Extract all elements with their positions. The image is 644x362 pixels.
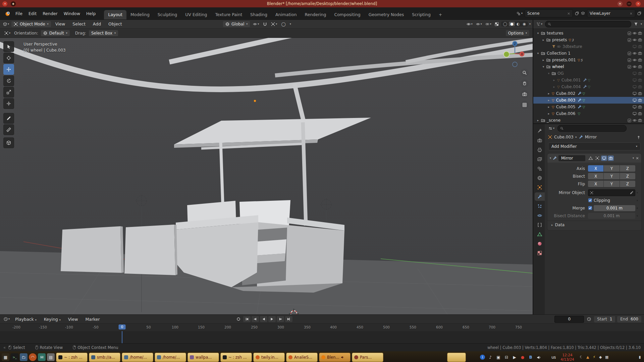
outliner-filter-icon[interactable] (633, 21, 639, 27)
playhead-marker[interactable]: 0 (119, 324, 126, 329)
modifier-extras-dropdown[interactable]: ▾ (633, 157, 634, 160)
annotate-tool[interactable] (3, 113, 14, 124)
bisect-distance-field[interactable]: 0.001 m (588, 213, 635, 219)
properties-tab-render[interactable] (535, 136, 545, 144)
taskbar-window-smb[interactable]: smb://a... (89, 353, 120, 362)
rotate-tool[interactable] (3, 75, 14, 86)
shading-solid-icon[interactable]: ● (509, 22, 515, 26)
timeline-ruler[interactable]: -200 -150 -100 -50 50 100 150 200 250 30… (0, 323, 644, 331)
workspace-tab-sculpting[interactable]: Sculpting (154, 10, 181, 19)
workspace-tab-geometry-nodes[interactable]: Geometry Nodes (365, 10, 408, 19)
viewlayer-remove-icon[interactable] (630, 11, 633, 16)
menu-view[interactable]: View (52, 20, 68, 27)
mode-dropdown[interactable]: Object Mode▾ (11, 21, 51, 27)
properties-tab-modifiers[interactable] (535, 192, 545, 201)
jump-to-end-button[interactable] (285, 316, 292, 322)
mirror-axis-z-button[interactable]: Z (620, 165, 635, 172)
tray-bluetooth-icon[interactable]: B (528, 355, 533, 360)
keyboard-layout-indicator[interactable]: us (551, 355, 556, 360)
tray-night-mode-icon[interactable]: ☾ (579, 355, 584, 359)
snap-settings-dropdown[interactable]: ▾ (270, 21, 278, 27)
disclosure-triangle-icon[interactable]: ▸ (552, 85, 556, 88)
disclosure-triangle-icon[interactable]: ▸ (552, 78, 556, 82)
select-box-tool[interactable] (3, 41, 14, 52)
disclosure-triangle-icon[interactable]: ▸ (536, 119, 540, 122)
menu-playback[interactable]: Playback ▾ (12, 316, 40, 323)
properties-tab-texture[interactable] (535, 249, 545, 257)
menu-render[interactable]: Render (40, 10, 61, 17)
menu-window[interactable]: Window (61, 10, 83, 17)
tray-music-icon[interactable]: ♪ (488, 355, 493, 360)
launcher-editor-icon[interactable]: ▤ (47, 353, 55, 361)
workspace-tab-uv-editing[interactable]: UV Editing (181, 10, 211, 19)
orientation-dropdown[interactable]: Default▾ (41, 30, 70, 36)
taskbar-window-zsh-1[interactable]: ~ : zsh ... (56, 353, 88, 362)
pin-id-icon[interactable] (637, 135, 641, 139)
outliner-item-og[interactable]: ▾ OG (533, 70, 644, 77)
scene-selector[interactable]: Scene (525, 9, 573, 17)
properties-tab-tool[interactable] (535, 127, 545, 135)
workspace-tab-layout[interactable]: Layout (104, 10, 126, 19)
scene-new-icon[interactable] (575, 11, 579, 15)
clipping-checkbox[interactable] (588, 198, 592, 202)
modifier-data-subpanel[interactable]: ▸ Data (547, 221, 641, 229)
modifier-name-field[interactable]: Mirror (558, 155, 585, 161)
shading-rendered-icon[interactable]: ◉ (521, 22, 527, 26)
merge-checkbox[interactable] (588, 206, 592, 210)
properties-tab-material[interactable] (535, 239, 545, 248)
workspace-tab-compositing[interactable]: Compositing (330, 10, 364, 19)
outliner-item-cube-005[interactable]: ▸ ▽ Cube.005 ▽ (533, 104, 644, 110)
properties-tab-particles[interactable] (535, 202, 545, 210)
window-titlebar[interactable]: ◈ Blender* [/home/amalie/Desktop/blender… (0, 0, 644, 7)
play-button[interactable] (268, 316, 276, 322)
play-reverse-button[interactable] (260, 316, 267, 322)
panel-expand-icon[interactable]: « (3, 345, 6, 350)
tray-clipboard-icon[interactable]: ⊟ (504, 355, 509, 360)
gizmos-dropdown[interactable]: ▾ (475, 21, 483, 27)
app-menu-icon[interactable]: ▦ (2, 353, 9, 361)
transform-tool[interactable] (3, 98, 14, 109)
disclosure-triangle-icon[interactable]: ▾ (536, 52, 540, 55)
tray-screenshot-icon[interactable]: ▣ (496, 355, 501, 360)
disclosure-triangle-icon[interactable]: ▸ (547, 92, 551, 95)
outliner-item-textures[interactable]: ▾ textures (533, 30, 644, 37)
pan-hand-icon[interactable] (521, 79, 529, 87)
ortho-toggle-icon[interactable] (521, 101, 529, 109)
workspace-tab-texture-paint[interactable]: Texture Paint (211, 10, 246, 19)
shading-material-icon[interactable]: ◐ (515, 22, 521, 26)
disclosure-triangle-icon[interactable]: ▾ (536, 32, 540, 35)
xray-toggle-icon[interactable] (494, 21, 500, 27)
taskbar-window-home-2[interactable]: /home/... (155, 353, 186, 362)
properties-tab-object-data[interactable] (535, 230, 545, 238)
current-frame-field[interactable]: 0 (554, 316, 584, 323)
viewlayer-selector[interactable]: ViewLayer (587, 9, 635, 17)
measure-tool[interactable] (3, 124, 14, 135)
disclosure-triangle-icon[interactable]: ▾ (541, 65, 545, 68)
tray-updates-icon[interactable]: ▲ (585, 355, 590, 359)
menu-help[interactable]: Help (83, 10, 99, 17)
preview-range-clock-icon[interactable] (586, 316, 592, 322)
launcher-browser-icon[interactable]: ◠ (29, 353, 37, 361)
move-tool[interactable] (3, 64, 14, 75)
titlebar-minimize-button[interactable]: — (627, 1, 632, 6)
workspace-tab-rendering[interactable]: Rendering (301, 10, 330, 19)
bisect-z-button[interactable]: Z (620, 173, 635, 179)
pivot-point-dropdown[interactable]: ▾ (252, 21, 260, 27)
menu-edit[interactable]: Edit (25, 10, 40, 17)
breadcrumb-object[interactable]: Cube.003 (554, 135, 574, 139)
outliner-item-cube-004[interactable]: ▸ ▽ Cube.004 ▽ (533, 83, 644, 90)
zoom-icon[interactable] (521, 69, 529, 77)
taskbar-window-blender[interactable]: Blen... (319, 353, 351, 362)
menu-file[interactable]: File (12, 10, 25, 17)
selectability-dropdown[interactable]: ▾ (466, 21, 474, 27)
cursor-tool[interactable] (3, 53, 14, 63)
modifier-realtime-toggle[interactable] (601, 156, 607, 161)
outliner-filter-dropdown[interactable]: ▾ (641, 23, 642, 25)
disclosure-triangle-icon[interactable]: ▸ (541, 38, 545, 42)
menu-select[interactable]: Select (69, 20, 89, 27)
workspace-tab-scripting[interactable]: Scripting (408, 10, 435, 19)
jump-to-start-button[interactable] (243, 316, 251, 322)
workspace-add-button[interactable]: + (435, 10, 446, 19)
next-keyframe-button[interactable] (277, 316, 284, 322)
menu-add[interactable]: Add (90, 20, 104, 27)
